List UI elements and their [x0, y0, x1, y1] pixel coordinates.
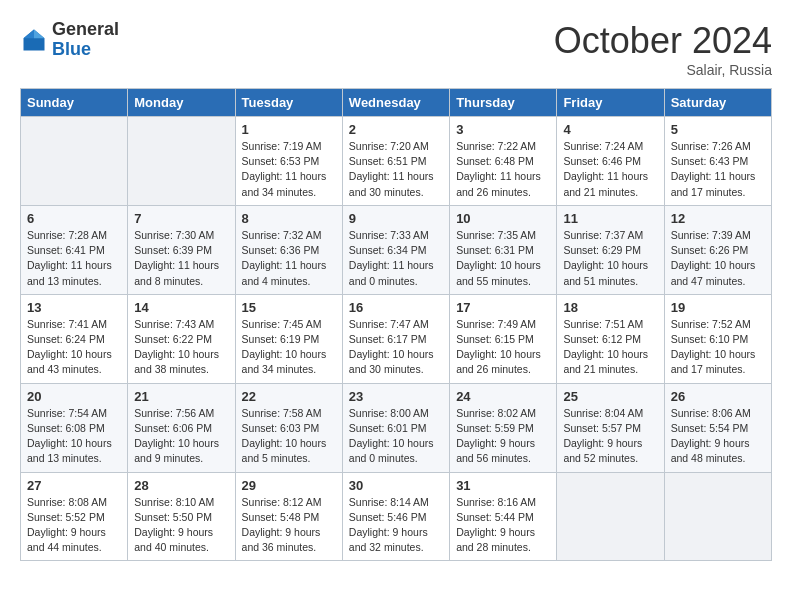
- column-header-sunday: Sunday: [21, 89, 128, 117]
- svg-marker-2: [24, 29, 35, 38]
- day-number: 15: [242, 300, 336, 315]
- day-number: 13: [27, 300, 121, 315]
- week-row-5: 27Sunrise: 8:08 AM Sunset: 5:52 PM Dayli…: [21, 472, 772, 561]
- month-title: October 2024: [554, 20, 772, 62]
- day-number: 31: [456, 478, 550, 493]
- header-row: SundayMondayTuesdayWednesdayThursdayFrid…: [21, 89, 772, 117]
- day-detail: Sunrise: 7:32 AM Sunset: 6:36 PM Dayligh…: [242, 228, 336, 289]
- day-cell: 20Sunrise: 7:54 AM Sunset: 6:08 PM Dayli…: [21, 383, 128, 472]
- svg-marker-1: [34, 29, 45, 38]
- week-row-4: 20Sunrise: 7:54 AM Sunset: 6:08 PM Dayli…: [21, 383, 772, 472]
- day-detail: Sunrise: 7:24 AM Sunset: 6:46 PM Dayligh…: [563, 139, 657, 200]
- day-number: 21: [134, 389, 228, 404]
- day-detail: Sunrise: 7:20 AM Sunset: 6:51 PM Dayligh…: [349, 139, 443, 200]
- logo-icon: [20, 26, 48, 54]
- day-number: 30: [349, 478, 443, 493]
- day-detail: Sunrise: 7:54 AM Sunset: 6:08 PM Dayligh…: [27, 406, 121, 467]
- day-number: 2: [349, 122, 443, 137]
- column-header-monday: Monday: [128, 89, 235, 117]
- day-cell: 3Sunrise: 7:22 AM Sunset: 6:48 PM Daylig…: [450, 117, 557, 206]
- day-detail: Sunrise: 8:12 AM Sunset: 5:48 PM Dayligh…: [242, 495, 336, 556]
- day-detail: Sunrise: 7:37 AM Sunset: 6:29 PM Dayligh…: [563, 228, 657, 289]
- day-number: 16: [349, 300, 443, 315]
- day-cell: 15Sunrise: 7:45 AM Sunset: 6:19 PM Dayli…: [235, 294, 342, 383]
- day-detail: Sunrise: 7:56 AM Sunset: 6:06 PM Dayligh…: [134, 406, 228, 467]
- day-number: 3: [456, 122, 550, 137]
- day-cell: [128, 117, 235, 206]
- day-detail: Sunrise: 8:00 AM Sunset: 6:01 PM Dayligh…: [349, 406, 443, 467]
- day-detail: Sunrise: 7:41 AM Sunset: 6:24 PM Dayligh…: [27, 317, 121, 378]
- day-cell: 28Sunrise: 8:10 AM Sunset: 5:50 PM Dayli…: [128, 472, 235, 561]
- day-cell: 5Sunrise: 7:26 AM Sunset: 6:43 PM Daylig…: [664, 117, 771, 206]
- day-cell: 8Sunrise: 7:32 AM Sunset: 6:36 PM Daylig…: [235, 205, 342, 294]
- day-cell: [664, 472, 771, 561]
- day-cell: 26Sunrise: 8:06 AM Sunset: 5:54 PM Dayli…: [664, 383, 771, 472]
- day-number: 12: [671, 211, 765, 226]
- day-cell: 1Sunrise: 7:19 AM Sunset: 6:53 PM Daylig…: [235, 117, 342, 206]
- day-number: 4: [563, 122, 657, 137]
- day-cell: 18Sunrise: 7:51 AM Sunset: 6:12 PM Dayli…: [557, 294, 664, 383]
- day-number: 25: [563, 389, 657, 404]
- column-header-friday: Friday: [557, 89, 664, 117]
- day-detail: Sunrise: 8:08 AM Sunset: 5:52 PM Dayligh…: [27, 495, 121, 556]
- page-header: General Blue October 2024 Salair, Russia: [20, 20, 772, 78]
- day-number: 6: [27, 211, 121, 226]
- day-detail: Sunrise: 7:26 AM Sunset: 6:43 PM Dayligh…: [671, 139, 765, 200]
- day-cell: 16Sunrise: 7:47 AM Sunset: 6:17 PM Dayli…: [342, 294, 449, 383]
- week-row-1: 1Sunrise: 7:19 AM Sunset: 6:53 PM Daylig…: [21, 117, 772, 206]
- day-number: 7: [134, 211, 228, 226]
- day-cell: 25Sunrise: 8:04 AM Sunset: 5:57 PM Dayli…: [557, 383, 664, 472]
- location-subtitle: Salair, Russia: [554, 62, 772, 78]
- day-detail: Sunrise: 7:51 AM Sunset: 6:12 PM Dayligh…: [563, 317, 657, 378]
- day-cell: 2Sunrise: 7:20 AM Sunset: 6:51 PM Daylig…: [342, 117, 449, 206]
- column-header-wednesday: Wednesday: [342, 89, 449, 117]
- day-number: 11: [563, 211, 657, 226]
- day-detail: Sunrise: 8:06 AM Sunset: 5:54 PM Dayligh…: [671, 406, 765, 467]
- day-detail: Sunrise: 7:33 AM Sunset: 6:34 PM Dayligh…: [349, 228, 443, 289]
- day-number: 19: [671, 300, 765, 315]
- day-detail: Sunrise: 7:39 AM Sunset: 6:26 PM Dayligh…: [671, 228, 765, 289]
- day-cell: 4Sunrise: 7:24 AM Sunset: 6:46 PM Daylig…: [557, 117, 664, 206]
- day-cell: 19Sunrise: 7:52 AM Sunset: 6:10 PM Dayli…: [664, 294, 771, 383]
- day-detail: Sunrise: 7:22 AM Sunset: 6:48 PM Dayligh…: [456, 139, 550, 200]
- column-header-saturday: Saturday: [664, 89, 771, 117]
- day-number: 23: [349, 389, 443, 404]
- day-cell: [21, 117, 128, 206]
- day-cell: 7Sunrise: 7:30 AM Sunset: 6:39 PM Daylig…: [128, 205, 235, 294]
- day-detail: Sunrise: 7:30 AM Sunset: 6:39 PM Dayligh…: [134, 228, 228, 289]
- day-cell: 24Sunrise: 8:02 AM Sunset: 5:59 PM Dayli…: [450, 383, 557, 472]
- day-number: 26: [671, 389, 765, 404]
- day-detail: Sunrise: 7:43 AM Sunset: 6:22 PM Dayligh…: [134, 317, 228, 378]
- day-detail: Sunrise: 7:28 AM Sunset: 6:41 PM Dayligh…: [27, 228, 121, 289]
- day-cell: 22Sunrise: 7:58 AM Sunset: 6:03 PM Dayli…: [235, 383, 342, 472]
- day-cell: 29Sunrise: 8:12 AM Sunset: 5:48 PM Dayli…: [235, 472, 342, 561]
- day-number: 18: [563, 300, 657, 315]
- day-cell: 31Sunrise: 8:16 AM Sunset: 5:44 PM Dayli…: [450, 472, 557, 561]
- logo: General Blue: [20, 20, 119, 60]
- day-number: 27: [27, 478, 121, 493]
- day-detail: Sunrise: 8:04 AM Sunset: 5:57 PM Dayligh…: [563, 406, 657, 467]
- day-cell: 12Sunrise: 7:39 AM Sunset: 6:26 PM Dayli…: [664, 205, 771, 294]
- day-cell: 17Sunrise: 7:49 AM Sunset: 6:15 PM Dayli…: [450, 294, 557, 383]
- week-row-2: 6Sunrise: 7:28 AM Sunset: 6:41 PM Daylig…: [21, 205, 772, 294]
- day-number: 1: [242, 122, 336, 137]
- day-detail: Sunrise: 8:02 AM Sunset: 5:59 PM Dayligh…: [456, 406, 550, 467]
- column-header-tuesday: Tuesday: [235, 89, 342, 117]
- day-cell: 13Sunrise: 7:41 AM Sunset: 6:24 PM Dayli…: [21, 294, 128, 383]
- day-cell: 10Sunrise: 7:35 AM Sunset: 6:31 PM Dayli…: [450, 205, 557, 294]
- day-cell: 14Sunrise: 7:43 AM Sunset: 6:22 PM Dayli…: [128, 294, 235, 383]
- day-number: 5: [671, 122, 765, 137]
- day-detail: Sunrise: 7:58 AM Sunset: 6:03 PM Dayligh…: [242, 406, 336, 467]
- day-number: 8: [242, 211, 336, 226]
- day-number: 28: [134, 478, 228, 493]
- day-cell: 6Sunrise: 7:28 AM Sunset: 6:41 PM Daylig…: [21, 205, 128, 294]
- day-detail: Sunrise: 7:49 AM Sunset: 6:15 PM Dayligh…: [456, 317, 550, 378]
- day-number: 10: [456, 211, 550, 226]
- day-detail: Sunrise: 7:45 AM Sunset: 6:19 PM Dayligh…: [242, 317, 336, 378]
- calendar-table: SundayMondayTuesdayWednesdayThursdayFrid…: [20, 88, 772, 561]
- day-detail: Sunrise: 8:14 AM Sunset: 5:46 PM Dayligh…: [349, 495, 443, 556]
- day-cell: 23Sunrise: 8:00 AM Sunset: 6:01 PM Dayli…: [342, 383, 449, 472]
- day-cell: 21Sunrise: 7:56 AM Sunset: 6:06 PM Dayli…: [128, 383, 235, 472]
- day-detail: Sunrise: 7:47 AM Sunset: 6:17 PM Dayligh…: [349, 317, 443, 378]
- day-number: 22: [242, 389, 336, 404]
